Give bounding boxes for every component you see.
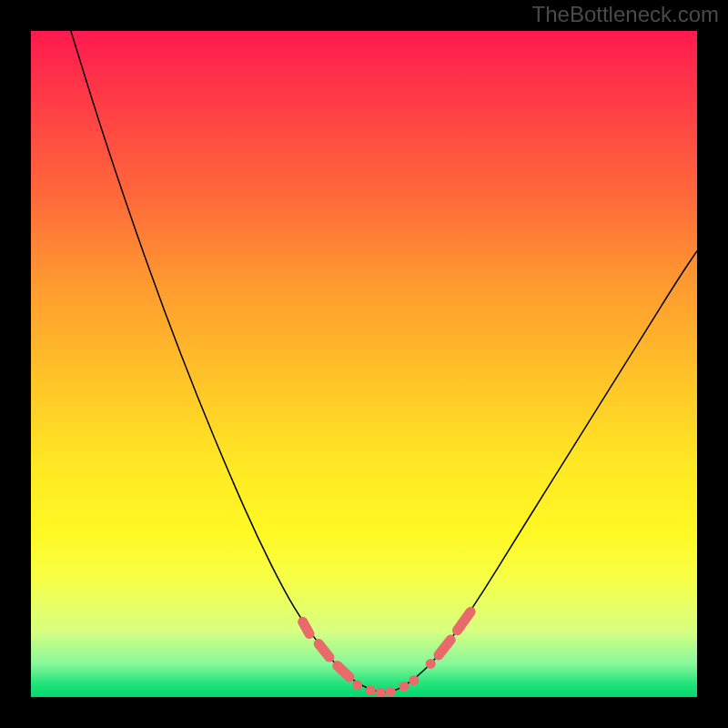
marker-segment: [457, 612, 470, 630]
marker-dot: [426, 659, 436, 669]
marker-dot: [366, 685, 376, 695]
chart-frame: TheBottleneck.com: [0, 0, 728, 728]
marker-segment: [303, 622, 309, 633]
marker-dot: [352, 680, 362, 690]
marker-dot: [399, 682, 409, 692]
markers-group: [303, 612, 470, 697]
marker-dot: [386, 687, 396, 697]
bottleneck-curve: [71, 31, 697, 693]
plot-area: [31, 31, 697, 697]
marker-segment: [439, 640, 450, 655]
watermark-text: TheBottleneck.com: [532, 2, 719, 27]
chart-svg: [31, 31, 697, 697]
marker-segment: [318, 643, 329, 657]
marker-dot: [409, 675, 419, 685]
marker-dot: [376, 688, 386, 697]
marker-segment: [338, 666, 349, 677]
